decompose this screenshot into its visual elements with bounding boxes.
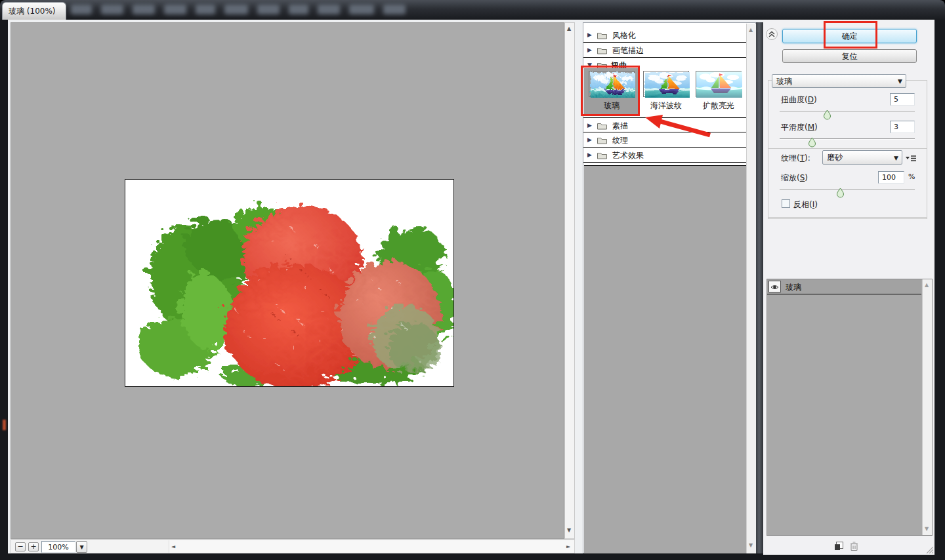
scroll-down-icon[interactable]: ▼ — [925, 527, 929, 532]
slider-thumb-icon[interactable] — [836, 188, 845, 198]
preview-image[interactable] — [125, 179, 454, 387]
panel-splitter[interactable] — [756, 22, 763, 553]
texture-flyout-button[interactable] — [905, 153, 917, 165]
expand-arrow-icon[interactable]: ▶ — [587, 136, 592, 143]
dialog-title: 玻璃 (100%) — [2, 2, 66, 20]
distortion-label: 扭曲度(D) — [781, 94, 817, 106]
preview-status-bar: − + 100% ▼ ◄ ► — [10, 539, 575, 553]
annotation-arrow — [640, 110, 719, 142]
folder-icon — [597, 31, 608, 41]
expand-arrow-icon[interactable]: ▶ — [587, 151, 592, 158]
filter-select-dropdown[interactable]: 玻璃 ▼ — [772, 74, 906, 88]
new-layer-icon — [834, 541, 844, 551]
frame-artifact — [3, 420, 6, 430]
menu-item-blurred[interactable] — [164, 5, 186, 14]
effect-layers-panel: 玻璃 ▲ ▼ — [766, 279, 933, 536]
smoothness-slider[interactable] — [780, 138, 915, 140]
layer-row-glass[interactable]: 玻璃 — [767, 279, 921, 294]
collapse-panel-button[interactable] — [766, 28, 778, 40]
scroll-up-icon[interactable]: ▲ — [925, 283, 929, 288]
layers-scrollbar[interactable]: ▲ ▼ — [922, 279, 932, 535]
category-stylize[interactable]: ▶ 风格化 — [583, 28, 746, 43]
preview-vertical-scrollbar[interactable]: ▲ ▼ — [564, 22, 575, 539]
menu-item-blurred[interactable] — [289, 5, 308, 14]
filter-settings-panel: 确定 复位 玻璃 ▼ 扭曲度(D) 5 平滑度(M) 3 纹理(T): — [763, 20, 934, 555]
glass-filtered-strawberries — [125, 180, 453, 386]
category-artistic[interactable]: ▶ 艺术效果 — [583, 148, 746, 163]
flyout-menu-icon — [905, 154, 917, 163]
diffuse-glow-thumbnail-image — [696, 71, 742, 97]
double-chevron-up-icon — [766, 29, 777, 39]
invert-checkbox[interactable] — [782, 199, 790, 208]
layer-visibility-toggle[interactable] — [768, 281, 781, 292]
ocean-ripple-thumbnail-image — [643, 71, 689, 97]
scroll-up-icon[interactable]: ▲ — [567, 26, 571, 31]
filter-gallery-dialog: 玻璃 (100%) — [0, 0, 945, 560]
smoothness-label: 平滑度(M) — [781, 122, 818, 133]
scroll-up-icon[interactable]: ▲ — [749, 28, 753, 33]
expand-arrow-icon[interactable]: ▶ — [587, 122, 592, 129]
menu-item-blurred[interactable] — [349, 5, 374, 14]
texture-label: 纹理(T): — [781, 153, 810, 164]
zoom-dropdown-button[interactable]: ▼ — [76, 541, 87, 553]
distortion-slider[interactable] — [780, 111, 915, 112]
distortion-value-field[interactable]: 5 — [890, 93, 915, 106]
menu-item-blurred[interactable] — [133, 5, 155, 14]
menu-item-blurred[interactable] — [101, 5, 123, 14]
zoom-in-button[interactable]: + — [28, 542, 39, 551]
list-scrollbar[interactable]: ▲ ▼ — [746, 24, 756, 553]
menu-item-blurred[interactable] — [257, 5, 280, 14]
scale-value-field[interactable]: 100 — [878, 171, 904, 184]
folder-icon — [597, 46, 608, 56]
title-bar[interactable]: 玻璃 (100%) — [0, 0, 945, 20]
annotation-box-glass-thumb — [581, 66, 640, 116]
folder-icon — [597, 151, 608, 161]
menu-item-blurred[interactable] — [383, 5, 406, 14]
scale-slider[interactable] — [780, 189, 915, 190]
layer-name: 玻璃 — [786, 282, 801, 293]
reset-button[interactable]: 复位 — [782, 49, 917, 63]
scroll-left-icon[interactable]: ◄ — [171, 544, 175, 550]
texture-dropdown[interactable]: 磨砂 ▼ — [822, 150, 902, 165]
annotation-box-ok — [824, 21, 877, 49]
slider-thumb-icon[interactable] — [808, 137, 816, 148]
resize-grip-icon[interactable] — [925, 545, 933, 553]
zoom-out-button[interactable]: − — [15, 542, 26, 551]
menu-item-blurred[interactable] — [71, 5, 92, 14]
expand-arrow-icon[interactable]: ▶ — [587, 47, 592, 53]
zoom-level-value[interactable]: 100% — [41, 541, 75, 553]
category-brush-strokes[interactable]: ▶ 画笔描边 — [583, 43, 746, 58]
scale-unit: % — [908, 172, 915, 181]
menu-item-blurred[interactable] — [318, 5, 340, 14]
menu-item-blurred[interactable] — [196, 5, 215, 14]
dropdown-arrow-icon: ▼ — [898, 78, 902, 85]
new-effect-layer-button[interactable] — [834, 541, 844, 553]
menu-item-blurred[interactable] — [224, 5, 248, 14]
smoothness-value-field[interactable]: 3 — [890, 121, 915, 133]
preview-horizontal-scrollbar[interactable]: ◄ ► — [169, 540, 574, 553]
trash-icon — [850, 541, 858, 551]
folder-icon — [597, 121, 608, 132]
scale-label: 缩放(S) — [781, 172, 808, 184]
dropdown-arrow-icon: ▼ — [894, 155, 898, 161]
eye-icon — [770, 283, 782, 293]
folder-icon — [597, 136, 608, 146]
invert-label: 反相(I) — [793, 199, 818, 210]
slider-thumb-icon[interactable] — [823, 110, 831, 120]
expand-arrow-icon[interactable]: ▶ — [587, 31, 592, 38]
list-empty-area — [584, 165, 746, 553]
scroll-down-icon[interactable]: ▼ — [749, 543, 753, 548]
delete-effect-layer-button[interactable] — [850, 541, 858, 554]
scroll-down-icon[interactable]: ▼ — [567, 528, 571, 533]
scroll-right-icon[interactable]: ► — [566, 544, 570, 550]
